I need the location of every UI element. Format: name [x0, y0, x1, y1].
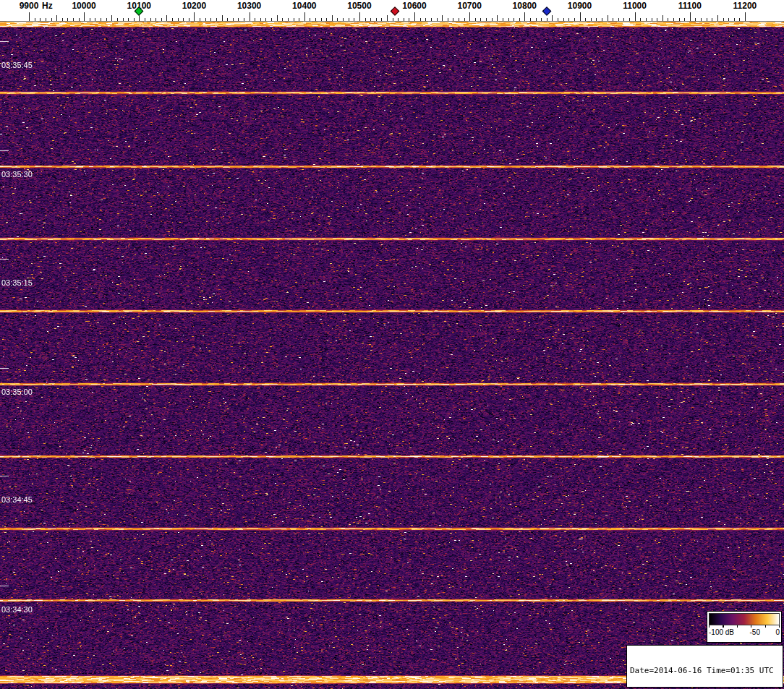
ruler-tick [519, 18, 520, 21]
ruler-tick [492, 18, 493, 21]
legend-labels-row: -100 dB -50 0 [709, 628, 780, 636]
ruler-tick [288, 18, 289, 21]
ruler-tick [172, 18, 173, 21]
ruler-tick [547, 18, 547, 21]
ruler-tick [717, 15, 718, 21]
ruler-tick [155, 18, 156, 21]
time-tick [0, 586, 9, 586]
ruler-tick [84, 12, 85, 21]
ruler-tick [337, 18, 338, 21]
ruler-tick [304, 12, 305, 21]
legend-label-max: 0 [775, 628, 780, 636]
ruler-tick [310, 18, 310, 21]
ruler-tick [370, 18, 371, 21]
ruler-tick [95, 18, 95, 21]
ruler-tick [145, 18, 145, 21]
ruler-tick [448, 18, 448, 21]
ruler-tick [668, 18, 668, 21]
ruler-tick [608, 15, 608, 21]
frequency-ruler[interactable]: 9900100001010010200103001040010500106001… [0, 0, 784, 22]
ruler-tick [271, 18, 272, 21]
legend-label-mid: -50 [750, 628, 760, 636]
freq-label: 11100 [678, 1, 702, 11]
ruler-tick [536, 18, 537, 21]
blue-diamond-marker-icon[interactable] [542, 7, 551, 16]
ruler-tick [728, 18, 729, 21]
ruler-tick [233, 18, 234, 21]
ruler-tick [398, 18, 399, 21]
ruler-tick [469, 12, 470, 21]
ruler-tick [508, 18, 509, 21]
ruler-tick [260, 18, 261, 21]
ruler-tick [161, 18, 162, 21]
ruler-tick [646, 18, 647, 21]
ruler-tick [381, 18, 382, 21]
ruler-tick [101, 18, 101, 21]
ruler-tick [552, 15, 553, 21]
info-date-line: Date=2014-06-16 Time=01:35 UTC [630, 666, 780, 675]
ruler-tick [684, 18, 685, 21]
ruler-tick [745, 12, 746, 21]
ruler-tick [657, 18, 657, 21]
ruler-tick [315, 18, 316, 21]
freq-label: 10000 [72, 1, 95, 11]
ruler-tick [106, 18, 107, 21]
ruler-tick [580, 12, 581, 21]
ruler-tick [359, 12, 360, 21]
ruler-tick [497, 15, 498, 21]
ruler-tick [652, 18, 652, 21]
ruler-tick [62, 18, 63, 21]
color-scale-gradient [709, 613, 780, 625]
ruler-tick [453, 18, 453, 21]
ruler-tick [111, 15, 112, 21]
freq-label: 10800 [513, 1, 537, 11]
ruler-tick [376, 18, 377, 21]
time-tick [0, 476, 9, 476]
ruler-tick [321, 18, 322, 21]
freq-unit-label: Hz [42, 1, 53, 11]
ruler-tick [480, 18, 481, 21]
waterfall-display[interactable] [0, 22, 784, 689]
ruler-tick [205, 18, 206, 21]
ruler-tick [420, 18, 421, 21]
freq-label: 10300 [237, 1, 261, 11]
ruler-tick [282, 18, 283, 21]
ruler-tick [623, 18, 624, 21]
freq-label: 9900 [20, 1, 39, 11]
ruler-tick [464, 18, 465, 21]
ruler-tick [244, 18, 244, 21]
freq-label: 10700 [458, 1, 482, 11]
db-color-legend: -100 dB -50 0 [707, 611, 782, 643]
ruler-tick [29, 12, 30, 21]
time-tick [0, 150, 9, 151]
ruler-tick [255, 18, 255, 21]
freq-label: 11200 [733, 1, 757, 11]
ruler-tick [662, 15, 663, 21]
ruler-tick [299, 18, 299, 21]
ruler-tick [695, 18, 696, 21]
ruler-tick [635, 12, 636, 21]
ruler-tick [265, 18, 266, 21]
observation-info-box: Date=2014-06-16 Time=01:35 UTC Freq=143 … [626, 645, 783, 688]
ruler-tick [194, 12, 195, 21]
ruler-tick [166, 15, 167, 21]
ruler-tick [679, 18, 680, 21]
ruler-tick [123, 18, 124, 21]
ruler-tick [35, 18, 35, 21]
ruler-tick [200, 18, 200, 21]
ruler-tick [459, 18, 459, 21]
freq-label: 10900 [568, 1, 592, 11]
ruler-tick [404, 18, 404, 21]
ruler-tick [216, 18, 217, 21]
red-diamond-marker-icon[interactable] [391, 7, 400, 16]
ruler-tick [117, 18, 118, 21]
ruler-tick [134, 18, 135, 21]
ruler-tick [349, 18, 349, 21]
ruler-tick [250, 12, 250, 21]
ruler-tick [712, 18, 712, 21]
ruler-tick [90, 18, 90, 21]
freq-label: 10600 [402, 1, 426, 11]
ruler-tick [613, 18, 613, 21]
ruler-tick [189, 18, 189, 21]
ruler-tick [393, 18, 393, 21]
